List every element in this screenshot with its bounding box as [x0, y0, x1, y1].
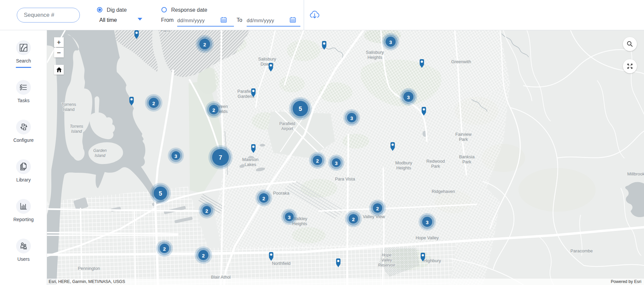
- svg-text:2: 2: [262, 196, 265, 201]
- svg-text:7: 7: [219, 154, 222, 161]
- svg-text:Pooraka: Pooraka: [273, 191, 290, 196]
- svg-text:Reservoir: Reservoir: [378, 263, 395, 268]
- svg-text:3: 3: [288, 214, 291, 220]
- svg-text:Mawson: Mawson: [242, 157, 258, 162]
- svg-text:Heights: Heights: [396, 165, 411, 170]
- svg-text:Millbrook: Millbrook: [627, 171, 644, 176]
- svg-text:2: 2: [152, 100, 155, 106]
- svg-text:Northfield: Northfield: [272, 261, 291, 266]
- svg-text:2: 2: [376, 206, 379, 211]
- svg-text:Banksia: Banksia: [459, 154, 475, 159]
- svg-text:Valley: Valley: [381, 258, 392, 262]
- svg-text:3: 3: [407, 94, 410, 100]
- svg-text:Island: Island: [63, 107, 75, 112]
- svg-text:Paracombe: Paracombe: [571, 248, 593, 253]
- svg-text:Garden: Garden: [93, 148, 107, 153]
- svg-text:Hope Valley: Hope Valley: [415, 235, 439, 240]
- svg-text:2: 2: [163, 246, 166, 252]
- svg-text:Ridgehaven: Ridgehaven: [432, 189, 455, 194]
- svg-text:Island: Island: [71, 129, 82, 134]
- svg-text:Salisbury: Salisbury: [366, 50, 384, 55]
- svg-text:2: 2: [352, 216, 355, 222]
- svg-text:Salisbury: Salisbury: [258, 56, 276, 62]
- svg-text:Pans: Pans: [160, 30, 170, 33]
- svg-text:Pennington: Pennington: [78, 266, 100, 271]
- svg-text:Para Vista: Para Vista: [335, 176, 355, 181]
- svg-text:2: 2: [212, 107, 215, 113]
- svg-text:Torrens: Torrens: [70, 124, 83, 129]
- svg-text:5: 5: [299, 106, 302, 112]
- svg-text:Torrens: Torrens: [61, 102, 76, 107]
- svg-text:Park: Park: [462, 159, 472, 164]
- svg-text:5: 5: [159, 190, 162, 197]
- svg-text:Fairview: Fairview: [455, 132, 472, 137]
- svg-text:3: 3: [426, 219, 429, 225]
- svg-text:Island: Island: [95, 153, 105, 158]
- svg-text:Redwood: Redwood: [427, 159, 445, 164]
- svg-text:3: 3: [175, 153, 177, 159]
- svg-text:3: 3: [350, 115, 353, 121]
- svg-text:Park: Park: [459, 137, 468, 142]
- svg-text:2: 2: [205, 208, 208, 214]
- svg-text:Greenwith: Greenwith: [451, 59, 471, 64]
- svg-text:Heights: Heights: [367, 55, 383, 60]
- svg-text:Hope: Hope: [382, 253, 392, 257]
- svg-text:3: 3: [389, 39, 392, 45]
- svg-text:Airport: Airport: [281, 126, 293, 131]
- svg-text:Lakes: Lakes: [245, 162, 256, 167]
- svg-text:Highbury: Highbury: [424, 258, 441, 263]
- svg-text:3: 3: [335, 160, 338, 166]
- svg-text:Parafield: Parafield: [279, 121, 295, 126]
- svg-text:2: 2: [316, 158, 319, 164]
- svg-text:Park: Park: [431, 164, 440, 169]
- svg-text:2: 2: [202, 253, 205, 258]
- svg-text:2: 2: [203, 42, 206, 47]
- svg-text:Modbury: Modbury: [395, 160, 412, 165]
